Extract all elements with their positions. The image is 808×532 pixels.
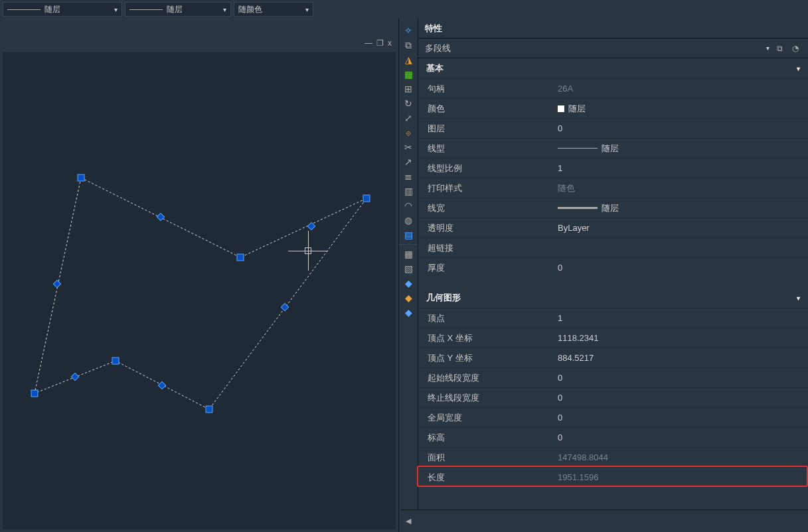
viewport-window-controls: — ❐ x — [364, 38, 392, 48]
property-row[interactable]: 透明度ByLayer — [418, 218, 808, 237]
close-icon[interactable]: x — [388, 38, 392, 48]
property-key: 面积 — [418, 452, 558, 464]
property-value[interactable]: 随层 — [558, 103, 808, 115]
property-row[interactable]: 长度1951.1596 — [418, 467, 808, 487]
section-header[interactable]: 基本 — [418, 58, 808, 78]
properties-scroll[interactable]: 基本句柄26A颜色随层图层0线型随层线型比例1打印样式随色线宽随层透明度ByLa… — [418, 58, 808, 532]
svg-rect-0 — [78, 174, 84, 181]
scroll-left-icon[interactable]: ◀ — [401, 510, 416, 532]
rotate-icon[interactable]: ↻ — [401, 97, 416, 110]
property-row[interactable]: 终止线段宽度0 — [418, 387, 808, 407]
property-key: 透明度 — [418, 222, 558, 234]
property-key: 打印样式 — [418, 182, 558, 194]
property-row[interactable]: 标高0 — [418, 427, 808, 447]
trim-icon[interactable]: ✂ — [401, 141, 416, 154]
restore-icon[interactable]: ❐ — [376, 38, 384, 48]
property-value[interactable]: 0 — [558, 123, 808, 133]
selection-type-row: 多段线 ⧉ ◔ — [418, 38, 808, 58]
svg-rect-3 — [206, 406, 212, 413]
linetype-dropdown[interactable]: 随层 — [3, 2, 122, 17]
property-row[interactable]: 线宽随层 — [418, 198, 808, 218]
property-row[interactable]: 厚度0 — [418, 257, 808, 277]
property-value[interactable]: 1 — [558, 313, 808, 323]
property-row[interactable]: 颜色随层 — [418, 98, 808, 118]
properties-panel: 特性 多段线 ⧉ ◔ 基本句柄26A颜色随层图层0线型随层线型比例1打印样式随色… — [418, 19, 808, 532]
property-row[interactable]: 线型比例1 — [418, 158, 808, 178]
mirror-icon[interactable]: ◮ — [401, 53, 416, 66]
property-value[interactable]: 147498.8044 — [558, 452, 808, 462]
cyan-tool-icon[interactable]: ◆ — [401, 306, 416, 319]
property-key: 图层 — [418, 123, 558, 135]
property-key: 起始线段宽度 — [418, 372, 558, 384]
svg-rect-6 — [157, 213, 164, 220]
property-value[interactable]: 884.5217 — [558, 353, 808, 363]
property-value[interactable]: 0 — [558, 413, 808, 423]
modify-tool-palette: ✧ ⧉ ◮ ▦ ⊞ ↻ ⤢ ⟐ ✂ ↗ ≣ ▥ ◠ ◍ ▤ ▦ ▧ ◆ ◆ ◆ — [398, 19, 418, 532]
property-key: 全局宽度 — [418, 412, 558, 424]
quick-select-icon[interactable]: ◔ — [789, 42, 801, 54]
drawing-viewport[interactable]: — ❐ x — [0, 19, 398, 532]
property-row[interactable]: 面积147498.8044 — [418, 447, 808, 467]
svg-rect-1 — [237, 254, 244, 261]
property-row[interactable]: 顶点 X 坐标1118.2341 — [418, 328, 808, 348]
sphere-icon[interactable]: ◍ — [401, 214, 416, 227]
property-row[interactable]: 打印样式随色 — [418, 178, 808, 198]
property-key: 超链接 — [418, 242, 558, 254]
hatch-icon[interactable]: ▥ — [401, 184, 416, 198]
property-row[interactable]: 全局宽度0 — [418, 407, 808, 427]
colors-tool-icon[interactable]: ▧ — [401, 262, 416, 275]
section-header[interactable]: 几何图形 — [418, 288, 808, 308]
fillet-icon[interactable]: ◠ — [401, 199, 416, 212]
property-key: 颜色 — [418, 103, 558, 115]
property-row[interactable]: 线型随层 — [418, 138, 808, 158]
stretch-icon[interactable]: ⟐ — [401, 126, 416, 139]
property-key: 句柄 — [418, 83, 558, 95]
toggle-pim-icon[interactable]: ⧉ — [773, 42, 785, 54]
property-row[interactable]: 图层0 — [418, 118, 808, 138]
property-row[interactable]: 顶点 Y 坐标884.5217 — [418, 348, 808, 367]
property-value[interactable]: 1118.2341 — [558, 333, 808, 343]
property-key: 终止线段宽度 — [418, 392, 558, 404]
svg-rect-9 — [158, 381, 165, 389]
property-value[interactable]: 1951.1596 — [558, 472, 808, 482]
svg-rect-2 — [363, 195, 370, 202]
layer-icon[interactable]: ▤ — [401, 228, 416, 241]
property-value[interactable]: 0 — [558, 373, 808, 383]
property-row[interactable]: 超链接 — [418, 237, 808, 257]
selection-type-dropdown[interactable]: 多段线 — [425, 42, 769, 54]
lineweight-dropdown[interactable]: 随层 — [125, 2, 231, 17]
svg-rect-4 — [112, 358, 119, 364]
drawing-canvas[interactable] — [3, 52, 396, 529]
property-value[interactable]: 随色 — [558, 182, 808, 194]
draworder-icon[interactable]: ≣ — [401, 170, 416, 183]
svg-rect-8 — [281, 303, 288, 310]
property-value[interactable]: 0 — [558, 393, 808, 403]
layers-tool-icon[interactable]: ▦ — [401, 247, 416, 261]
svg-rect-11 — [53, 280, 60, 287]
pattern-icon[interactable]: ▦ — [401, 68, 416, 81]
copy-icon[interactable]: ⧉ — [401, 38, 416, 52]
property-row[interactable]: 起始线段宽度0 — [418, 367, 808, 387]
property-row[interactable]: 句柄26A — [418, 78, 808, 98]
property-key: 顶点 — [418, 312, 558, 324]
property-value[interactable]: 1 — [558, 163, 808, 173]
blue-tool-icon[interactable]: ◆ — [401, 277, 416, 290]
color-dropdown[interactable]: 随颜色 — [234, 2, 313, 17]
property-key: 顶点 X 坐标 — [418, 332, 558, 344]
property-row[interactable]: 顶点1 — [418, 308, 808, 328]
svg-rect-7 — [307, 222, 315, 230]
move-icon[interactable]: ✧ — [401, 24, 416, 37]
property-value[interactable]: 0 — [558, 263, 808, 273]
array-icon[interactable]: ⊞ — [401, 82, 416, 96]
property-value[interactable]: 随层 — [558, 143, 808, 155]
scale-icon[interactable]: ⤢ — [401, 111, 416, 125]
minimize-icon[interactable]: — — [364, 38, 372, 48]
property-value[interactable]: 随层 — [558, 202, 808, 214]
magenta-tool-icon[interactable]: ◆ — [401, 291, 416, 304]
property-value[interactable]: ByLayer — [558, 223, 808, 233]
property-value[interactable]: 26A — [558, 84, 808, 94]
property-value[interactable]: 0 — [558, 432, 808, 442]
top-toolbar: 随层 随层 随颜色 — [0, 0, 808, 19]
svg-rect-10 — [71, 373, 78, 380]
extend-icon[interactable]: ↗ — [401, 155, 416, 168]
